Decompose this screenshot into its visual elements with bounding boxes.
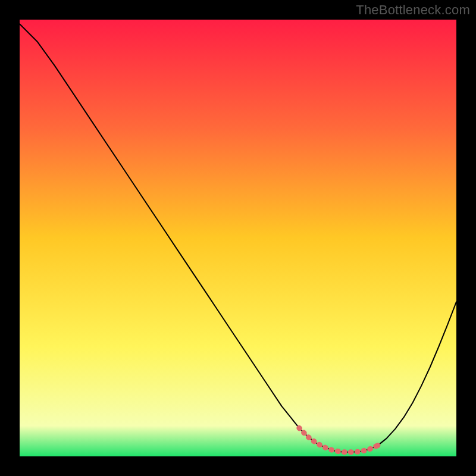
watermark-text: TheBottleneck.com: [356, 2, 470, 18]
chart-figure: TheBottleneck.com: [0, 0, 476, 476]
plot-area: [20, 20, 456, 456]
gradient-background: [20, 20, 456, 456]
chart-svg: [20, 20, 456, 456]
highlight-end-dot: [375, 443, 380, 448]
